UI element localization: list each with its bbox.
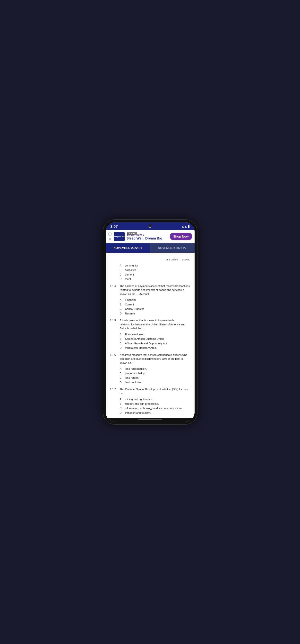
option-row: Dland restitution. xyxy=(120,380,190,384)
option-row: Cland reform. xyxy=(120,376,190,380)
option-row: AFinancial xyxy=(120,298,190,302)
option-row: D merit xyxy=(120,277,190,281)
question-1-1-4: 1.1.4 The balance of payments account th… xyxy=(110,284,190,296)
option-row: Bproperty subsidy. xyxy=(120,372,190,376)
option-row: Cinformation, technology and telecommuni… xyxy=(120,406,190,410)
status-time: 2:07 xyxy=(111,224,118,228)
home-indicator xyxy=(106,418,195,422)
ad-close-icon-top[interactable]: ✕ xyxy=(109,237,112,241)
wifi-icon: ▴ xyxy=(182,224,184,228)
option-row: BSouthern African Customs Union. xyxy=(120,337,190,341)
options-1-1-6: Aland redistribution. Bproperty subsidy.… xyxy=(120,367,190,384)
tab-nov2022-p1[interactable]: NOVEMBER 2022 P1 xyxy=(106,244,150,253)
top-options: A community B collective C demerit D mer… xyxy=(120,264,190,281)
option-row: Amining and agritourism. xyxy=(120,397,190,401)
ad-banner-top: ⓘ ✕ Sleepmasters Sleepmasters Sleep Well… xyxy=(106,230,195,244)
battery-icon: ▮ xyxy=(188,224,190,228)
tab-nov2022-p2[interactable]: NOVEMBER 2022 P2 xyxy=(150,244,195,253)
home-bar xyxy=(138,419,162,420)
option-row: A community xyxy=(120,264,190,268)
option-row: Aland redistribution. xyxy=(120,367,190,371)
option-row: CCapital Transfer xyxy=(120,307,190,311)
partial-top-text: are called … goods. xyxy=(110,258,190,262)
camera-notch xyxy=(149,224,151,227)
option-row: BCurrent xyxy=(120,302,190,307)
option-row: C demerit xyxy=(120,272,190,277)
option-row: Bforestry and agri-processing. xyxy=(120,402,190,406)
option-row: B collective xyxy=(120,268,190,272)
ad-info-close-top: ⓘ ✕ xyxy=(108,232,112,241)
option-row: CAfrican Growth and Opportunity Act. xyxy=(120,342,190,346)
signal-icon: ▴ xyxy=(185,224,186,228)
exam-content: are called … goods. A community B collec… xyxy=(108,254,193,418)
status-icons: ▴ ▴ ▮ xyxy=(182,224,190,228)
option-row: AEuropean Union. xyxy=(120,332,190,336)
option-row: DReserve xyxy=(120,312,190,316)
ad-logo-top: Sleepmasters xyxy=(114,232,125,241)
ad-test-label-top: Test Ad xyxy=(127,232,138,235)
tabs: NOVEMBER 2022 P1 NOVEMBER 2022 P2 xyxy=(106,244,195,253)
options-1-1-4: AFinancial BCurrent CCapital Transfer DR… xyxy=(120,298,190,316)
phone-frame: 2:07 ◉ ▴ ▴ ▮ ⓘ ✕ Sleepmasters Sleepmaste… xyxy=(103,219,197,425)
option-row: Dtransport and tourism. xyxy=(120,411,190,415)
phone-screen: 2:07 ◉ ▴ ▴ ▮ ⓘ ✕ Sleepmasters Sleepmaste… xyxy=(106,222,195,422)
options-1-1-5: AEuropean Union. BSouthern African Custo… xyxy=(120,332,190,350)
question-1-1-7: 1.1.7 The Platinum Spatial Development I… xyxy=(110,387,190,395)
options-1-1-7: Amining and agritourism. Bforestry and a… xyxy=(120,397,190,415)
ad-info-icon-top[interactable]: ⓘ xyxy=(108,232,112,237)
option-row: DMultilateral Monetary Area. xyxy=(120,346,190,350)
ad-tagline-top: Sleep Well, Dream Big xyxy=(127,236,168,240)
shop-now-button-top[interactable]: Shop Now xyxy=(170,233,192,240)
content-area[interactable]: are called … goods. A community B collec… xyxy=(106,253,195,418)
question-1-1-5: 1.1.5 A trade protocol that is meant to … xyxy=(110,318,190,330)
question-1-1-6: 1.1.6 A redress measure that aims to com… xyxy=(110,353,190,365)
